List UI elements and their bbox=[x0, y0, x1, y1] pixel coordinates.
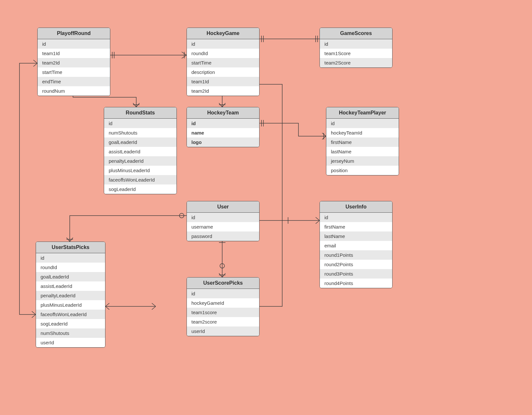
field: sogLeaderId bbox=[104, 184, 176, 194]
entity-game-scores: GameScores id team1Score team2Score bbox=[320, 28, 393, 68]
field: email bbox=[320, 241, 392, 250]
field: lastName bbox=[320, 231, 392, 241]
field: faceoffsWonLeaderId bbox=[36, 310, 105, 319]
entity-fields: id roundId goalLeaderId assistLeaderId p… bbox=[36, 253, 105, 347]
field: penaltyLeaderId bbox=[104, 156, 176, 166]
entity-hockey-team-player: HockeyTeamPlayer id hockeyTeamId firstNa… bbox=[326, 107, 399, 175]
field: name bbox=[187, 128, 259, 137]
svg-point-1 bbox=[220, 264, 224, 268]
entity-user-stats-picks: UserStatsPicks id roundId goalLeaderId a… bbox=[36, 242, 105, 348]
field: goalLeaderId bbox=[104, 137, 176, 147]
entity-fields: id team1Id team2Id startTime endTime rou… bbox=[38, 39, 110, 96]
field: id bbox=[187, 119, 259, 128]
entity-header: UserScorePicks bbox=[187, 278, 259, 289]
field: id bbox=[38, 39, 110, 49]
entity-hockey-game: HockeyGame id roundId startTime descript… bbox=[187, 28, 260, 96]
field: description bbox=[187, 67, 259, 77]
field: firstName bbox=[326, 137, 399, 147]
field: sogLeaderId bbox=[36, 319, 105, 328]
field: numShutouts bbox=[104, 128, 176, 137]
field: firstName bbox=[320, 222, 392, 231]
entity-fields: id username password bbox=[187, 213, 259, 241]
entity-user: User id username password bbox=[187, 201, 260, 241]
field: id bbox=[320, 39, 392, 49]
entity-header: HockeyTeam bbox=[187, 107, 259, 119]
entity-fields: id hockeyGameId team1score team2score us… bbox=[187, 289, 259, 336]
field: userId bbox=[187, 326, 259, 336]
field: team2Score bbox=[320, 58, 392, 67]
entity-header: RoundStats bbox=[104, 107, 176, 119]
field: roundNum bbox=[38, 86, 110, 96]
field: round1Points bbox=[320, 250, 392, 260]
field: team2Id bbox=[38, 58, 110, 67]
field: hockeyTeamId bbox=[326, 128, 399, 137]
field: team1Id bbox=[38, 49, 110, 58]
field: team2score bbox=[187, 317, 259, 326]
field: roundId bbox=[187, 49, 259, 58]
entity-header: GameScores bbox=[320, 28, 392, 39]
entity-fields: id hockeyTeamId firstName lastName jerse… bbox=[326, 119, 399, 175]
field: position bbox=[326, 166, 399, 175]
field: plusMinusLeaderId bbox=[36, 300, 105, 310]
field: lastName bbox=[326, 147, 399, 156]
field: hockeyGameId bbox=[187, 298, 259, 308]
field: round3Points bbox=[320, 269, 392, 279]
entity-fields: id team1Score team2Score bbox=[320, 39, 392, 67]
field: logo bbox=[187, 137, 259, 147]
field: round2Points bbox=[320, 260, 392, 269]
entity-playoff-round: PlayoffRound id team1Id team2Id startTim… bbox=[37, 28, 110, 96]
field: jerseyNum bbox=[326, 156, 399, 166]
entity-hockey-team: HockeyTeam id name logo bbox=[187, 107, 260, 147]
entity-user-score-picks: UserScorePicks id hockeyGameId team1scor… bbox=[187, 277, 260, 336]
field: numShutouts bbox=[36, 328, 105, 338]
field: team2Id bbox=[187, 86, 259, 96]
field: team1Id bbox=[187, 77, 259, 86]
field: team1Score bbox=[320, 49, 392, 58]
field: endTime bbox=[38, 77, 110, 86]
field: id bbox=[187, 289, 259, 298]
field: startTime bbox=[187, 58, 259, 67]
svg-point-0 bbox=[179, 213, 184, 218]
field: id bbox=[187, 39, 259, 49]
field: id bbox=[320, 213, 392, 222]
field: plusMinusLeaderId bbox=[104, 166, 176, 175]
field: assistLeaderId bbox=[104, 147, 176, 156]
entity-header: PlayoffRound bbox=[38, 28, 110, 39]
entity-fields: id firstName lastName email round1Points… bbox=[320, 213, 392, 288]
field: username bbox=[187, 222, 259, 231]
field: password bbox=[187, 231, 259, 241]
entity-header: UserInfo bbox=[320, 201, 392, 213]
entity-header: HockeyGame bbox=[187, 28, 259, 39]
entity-fields: id roundId startTime description team1Id… bbox=[187, 39, 259, 96]
field: id bbox=[187, 213, 259, 222]
field: startTime bbox=[38, 67, 110, 77]
entity-fields: id numShutouts goalLeaderId assistLeader… bbox=[104, 119, 176, 194]
entity-fields: id name logo bbox=[187, 119, 259, 147]
entity-header: UserStatsPicks bbox=[36, 242, 105, 253]
field: faceoffsWonLeaderId bbox=[104, 175, 176, 184]
entity-header: User bbox=[187, 201, 259, 213]
entity-round-stats: RoundStats id numShutouts goalLeaderId a… bbox=[104, 107, 177, 194]
field: goalLeaderId bbox=[36, 272, 105, 281]
field: id bbox=[104, 119, 176, 128]
field: id bbox=[326, 119, 399, 128]
entity-header: HockeyTeamPlayer bbox=[326, 107, 399, 119]
field: roundId bbox=[36, 263, 105, 272]
field: userId bbox=[36, 338, 105, 347]
field: round4Points bbox=[320, 279, 392, 288]
field: assistLeaderId bbox=[36, 281, 105, 291]
field: team1score bbox=[187, 308, 259, 317]
field: penaltyLeaderId bbox=[36, 291, 105, 300]
field: id bbox=[36, 253, 105, 263]
entity-user-info: UserInfo id firstName lastName email rou… bbox=[320, 201, 393, 288]
